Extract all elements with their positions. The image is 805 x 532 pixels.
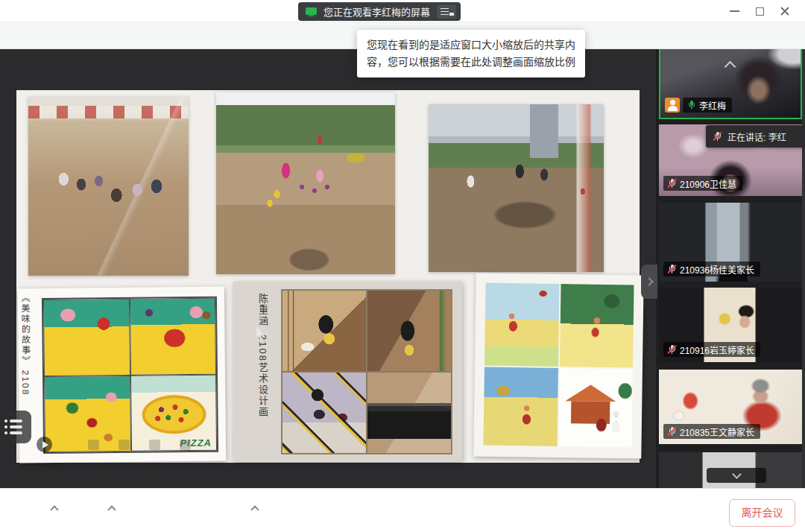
share-options-menu-icon[interactable]: [437, 4, 456, 19]
comic-panel: [282, 290, 367, 372]
close-button[interactable]: [772, 0, 798, 22]
annotation-toolbar-handle[interactable]: [0, 411, 31, 443]
artwork-food-comic: 《美味的故事》 2108 PIZZA: [18, 287, 226, 463]
participant-tile[interactable]: 210835王文静家长: [659, 370, 802, 444]
host-avatar-badge: [665, 98, 680, 113]
pizza-drawing: [142, 394, 206, 434]
photo-garden-flowers: [216, 92, 395, 274]
comic-grid: [484, 283, 634, 448]
decoration: [429, 104, 604, 272]
share-options-chevron[interactable]: [252, 502, 258, 516]
leave-meeting-button[interactable]: 离开会议: [729, 499, 795, 527]
comic-panel: [559, 284, 634, 367]
participant-name: 李红梅: [699, 99, 726, 112]
meeting-window: 您正在观看李红梅的屏幕 00:04 演讲者视图 您现在看到的是适应窗口大小缩放后…: [0, 0, 805, 532]
speaking-toast: 正在讲话: 李红: [706, 125, 805, 148]
comic-panel: [43, 299, 130, 376]
watching-label: 您正在观看李红梅的屏幕: [323, 4, 430, 19]
play-button-overlay[interactable]: [37, 437, 52, 452]
participant-name: 210835王文静家长: [680, 425, 754, 438]
mic-muted-icon: [667, 178, 677, 189]
participant-name: 210936杨佳美家长: [680, 263, 754, 276]
scroll-participants-down-button[interactable]: [707, 468, 766, 483]
comic-panel: [129, 298, 216, 376]
tooltip-line-1: 您现在看到的是适应窗口大小缩放后的共享内: [367, 37, 575, 54]
mic-muted-icon: [667, 344, 677, 355]
participant-tile-lihongmei[interactable]: 李红梅: [659, 47, 802, 119]
image-viewer-controls: [88, 440, 215, 452]
artwork2-caption: 陈重涵2108艺术设计画: [256, 294, 270, 450]
video-options-chevron[interactable]: [109, 502, 115, 516]
comic-grid: [281, 289, 452, 455]
sidebar-scrollbar[interactable]: [802, 49, 805, 488]
comic-panel: [558, 368, 633, 448]
comic-panel: [367, 372, 452, 454]
mic-muted-icon: [667, 264, 677, 274]
collapse-videos-chevron[interactable]: [726, 60, 734, 74]
decoration: [530, 104, 558, 158]
participant-tile[interactable]: 210936杨佳美家长: [659, 203, 802, 282]
decoration: [216, 92, 395, 274]
speaking-toast-text: 正在讲话: 李红: [727, 130, 786, 143]
screen-watching-pill[interactable]: 您正在观看李红梅的屏幕: [298, 2, 461, 21]
participant-label: 210906卫佳慧: [663, 176, 742, 191]
shared-content-page: 《美味的故事》 2108 PIZZA 陈重涵2108艺术设计画: [16, 90, 640, 463]
decoration: [28, 97, 189, 276]
chevron-down-icon: [732, 469, 742, 479]
comic-panel: [367, 290, 452, 372]
maximize-button[interactable]: [747, 0, 772, 22]
participant-label: 210835王文静家长: [663, 424, 760, 439]
participant-label: 210936杨佳美家长: [663, 262, 760, 276]
participant-name: 210906卫佳慧: [680, 177, 736, 190]
comic-panel: [484, 283, 559, 367]
audio-options-chevron[interactable]: [51, 502, 57, 516]
decoration: [28, 106, 189, 118]
comic-panel: [282, 372, 367, 454]
photo-field-digging: [28, 97, 189, 276]
tooltip-line-2: 容，您可以根据需要在此处调整画面缩放比例: [367, 54, 575, 71]
participant-label: 李红梅: [683, 98, 732, 113]
participant-name: 210916岩玉婷家长: [680, 343, 754, 356]
photo-garden-city: [429, 104, 604, 272]
shared-screen-icon: [306, 7, 317, 16]
artwork-seasons-watercolor: [473, 273, 643, 458]
mic-muted-icon: [667, 426, 677, 437]
participant-tile[interactable]: 210916岩玉婷家长: [659, 288, 802, 362]
mic-on-icon: [686, 100, 696, 110]
comic-grid: PIZZA: [42, 297, 218, 454]
participant-label: 210916岩玉婷家长: [663, 342, 760, 357]
minimize-button[interactable]: [722, 0, 747, 22]
artwork-day-comic: 陈重涵2108艺术设计画: [233, 282, 462, 462]
chevron-right-icon: [645, 277, 653, 285]
mic-muted-icon: [713, 131, 722, 142]
zoom-hint-tooltip: 您现在看到的是适应窗口大小缩放后的共享内 容，您可以根据需要在此处调整画面缩放比…: [357, 30, 585, 77]
comic-panel: [484, 367, 558, 446]
bottom-toolbar: [0, 488, 805, 532]
window-controls: [722, 0, 798, 22]
sidebar-collapse-handle[interactable]: [641, 265, 657, 299]
